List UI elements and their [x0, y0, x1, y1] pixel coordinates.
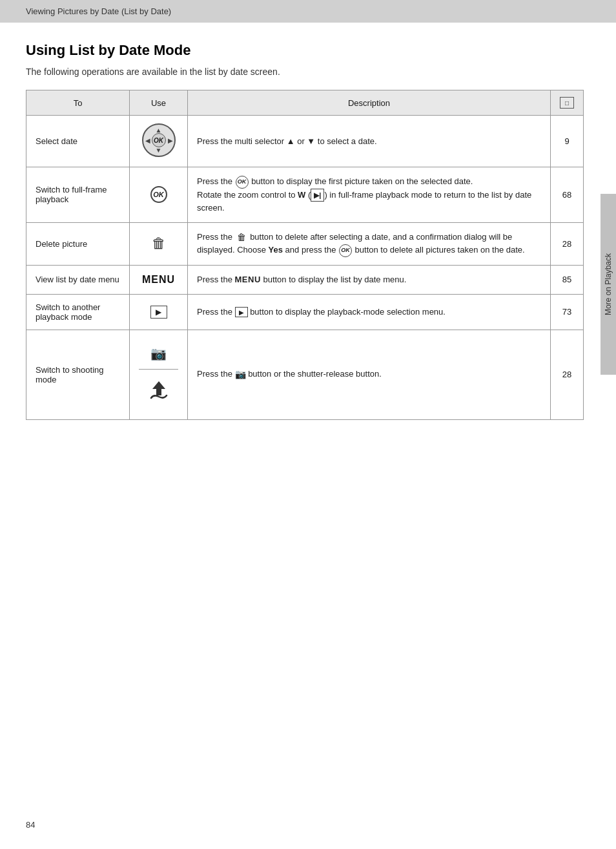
desc-cell-playback: Press the ▶ button to display the playba… — [188, 294, 551, 330]
ok-center-button: OK — [152, 133, 166, 147]
circle-ok-inline-icon2: OK — [339, 244, 352, 257]
top-header: Viewing Pictures by Date (List by Date) — [0, 0, 616, 23]
to-cell-fullframe: Switch to full-frame playback — [26, 167, 130, 223]
arrow-down-icon: ▼ — [156, 147, 162, 154]
desc-cell-viewlist: Press the MENU button to display the lis… — [188, 266, 551, 295]
side-tab: More on Playback — [601, 194, 616, 375]
svg-marker-0 — [152, 381, 165, 395]
ref-cell-viewlist: 85 — [551, 266, 584, 295]
ref-cell-playback: 73 — [551, 294, 584, 330]
page-title: Using List by Date Mode — [26, 42, 584, 59]
use-cell-fullframe: OK — [130, 167, 188, 223]
shutter-release-icon — [146, 377, 172, 402]
circle-ok-inline-icon: OK — [236, 176, 249, 189]
to-cell-delete: Delete picture — [26, 222, 130, 265]
desc-cell-select-date: Press the multi selector ▲ or ▼ to selec… — [188, 116, 551, 167]
table-row: Switch to another playback mode ▶ Press … — [26, 294, 584, 330]
camera-icon-cell: 📷 — [139, 338, 178, 370]
use-cell-viewlist: MENU — [130, 266, 188, 295]
col-header-ref: □ — [551, 90, 584, 116]
table-row: Select date ▲ ▼ ◀ ▶ OK Press the multi s… — [26, 116, 584, 167]
col-header-use: Use — [130, 90, 188, 116]
trash-icon: 🗑 — [152, 235, 166, 251]
multi-selector-icon: ▲ ▼ ◀ ▶ OK — [142, 123, 176, 157]
playback-button-icon: ▶ — [150, 306, 167, 319]
table-header-row: To Use Description □ — [26, 90, 584, 116]
table-row: Switch to shooting mode 📷 — [26, 330, 584, 419]
table-row: Switch to full-frame playback OK Press t… — [26, 167, 584, 223]
yes-bold: Yes — [269, 245, 283, 255]
bold-w: W — [298, 190, 305, 200]
circle-ok-icon: OK — [150, 186, 167, 203]
menu-button-icon: MENU — [142, 274, 175, 285]
table-row: Delete picture 🗑 Press the 🗑 button to d… — [26, 222, 584, 265]
arrow-right-icon: ▶ — [168, 137, 173, 144]
use-cell-select-date: ▲ ▼ ◀ ▶ OK — [130, 116, 188, 167]
trash-inline-icon: 🗑 — [235, 231, 248, 244]
to-cell-select-date: Select date — [26, 116, 130, 167]
main-content: Using List by Date Mode The following op… — [0, 23, 616, 439]
to-cell-playback: Switch to another playback mode — [26, 294, 130, 330]
ref-cell-select-date: 9 — [551, 116, 584, 167]
book-icon: □ — [560, 97, 574, 109]
desc-cell-shooting: Press the 📷 button or the shutter-releas… — [188, 330, 551, 419]
desc-cell-delete: Press the 🗑 button to delete after selec… — [188, 222, 551, 265]
page-number: 84 — [26, 820, 35, 830]
camera-inline-icon: 📷 — [235, 369, 246, 379]
to-cell-viewlist: View list by date menu — [26, 266, 130, 295]
use-cell-delete: 🗑 — [130, 222, 188, 265]
ref-cell-shooting: 28 — [551, 330, 584, 419]
camera-icon: 📷 — [150, 346, 167, 361]
table-row: View list by date menu MENU Press the ME… — [26, 266, 584, 295]
ref-cell-delete: 28 — [551, 222, 584, 265]
menu-inline-icon: MENU — [235, 275, 261, 284]
split-use-inner: 📷 — [139, 338, 178, 412]
use-cell-playback: ▶ — [130, 294, 188, 330]
to-cell-shooting: Switch to shooting mode — [26, 330, 130, 419]
zoom-box-icon: ▶| — [311, 189, 324, 202]
shutter-icon-cell — [139, 370, 178, 412]
playback-inline-icon: ▶ — [235, 307, 248, 317]
desc-cell-fullframe: Press the OK button to display the first… — [188, 167, 551, 223]
header-title: Viewing Pictures by Date (List by Date) — [26, 6, 171, 16]
col-header-desc: Description — [188, 90, 551, 116]
col-header-to: To — [26, 90, 130, 116]
use-cell-shooting: 📷 — [130, 330, 188, 419]
subtitle: The following operations are available i… — [26, 67, 584, 77]
page: Viewing Pictures by Date (List by Date) … — [0, 0, 616, 849]
ref-cell-fullframe: 68 — [551, 167, 584, 223]
side-tab-label: More on Playback — [604, 253, 613, 315]
arrow-left-icon: ◀ — [145, 137, 150, 144]
data-table: To Use Description □ S — [26, 90, 584, 420]
